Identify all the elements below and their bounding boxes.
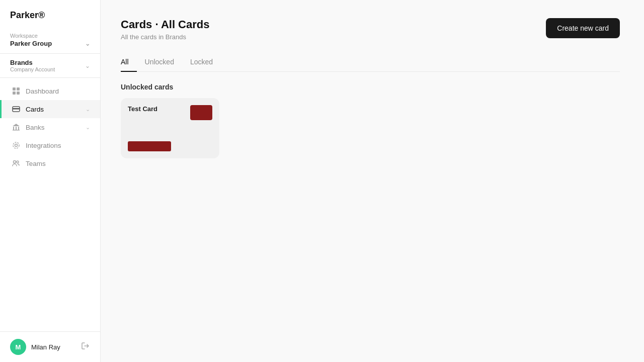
svg-point-14 <box>17 161 19 163</box>
logout-icon[interactable] <box>81 341 90 352</box>
svg-rect-6 <box>13 127 14 130</box>
teams-icon <box>12 159 21 168</box>
sidebar-nav: Dashboard Cards ⌄ B <box>0 78 100 331</box>
unlocked-cards-section: Unlocked cards Test Card <box>121 83 620 158</box>
sidebar-footer: M Milan Ray <box>0 331 100 362</box>
card-name: Test Card <box>128 105 157 113</box>
svg-rect-8 <box>18 127 19 130</box>
tab-unlocked[interactable]: Unlocked <box>137 54 182 72</box>
svg-rect-2 <box>13 92 16 95</box>
svg-rect-3 <box>17 92 20 95</box>
dashboard-label: Dashboard <box>26 87 90 95</box>
user-name: Milan Ray <box>31 343 81 351</box>
brands-name: Brands <box>10 59 55 66</box>
banks-chevron-icon: ⌄ <box>86 124 90 131</box>
banks-label: Banks <box>26 124 86 131</box>
svg-rect-0 <box>13 87 16 90</box>
sidebar-item-dashboard[interactable]: Dashboard <box>0 82 100 100</box>
main-header: Cards · All Cards All the cards in Brand… <box>121 18 620 41</box>
brands-chevron-icon: ⌄ <box>85 62 90 69</box>
cards-grid: Test Card <box>121 98 620 158</box>
svg-rect-10 <box>13 130 20 131</box>
svg-point-13 <box>14 161 16 163</box>
teams-label: Teams <box>26 160 90 167</box>
section-title-unlocked: Unlocked cards <box>121 83 620 91</box>
sidebar-item-banks[interactable]: Banks ⌄ <box>0 118 100 136</box>
svg-rect-5 <box>13 108 20 110</box>
main-content: Cards · All Cards All the cards in Brand… <box>101 0 644 362</box>
cards-icon <box>12 105 21 114</box>
svg-point-11 <box>15 144 18 147</box>
tabs: All Unlocked Locked <box>121 54 620 72</box>
card-number-bar <box>128 141 171 151</box>
workspace-chevron-icon: ⌄ <box>85 40 90 47</box>
svg-point-12 <box>13 142 19 148</box>
page-subtitle: All the cards in Brands <box>121 33 209 41</box>
page-title: Cards · All Cards <box>121 18 209 31</box>
tab-all[interactable]: All <box>121 54 137 72</box>
dashboard-icon <box>12 86 21 96</box>
integrations-icon <box>12 141 21 150</box>
sidebar-item-cards[interactable]: Cards ⌄ <box>0 100 100 118</box>
create-new-card-button[interactable]: Create new card <box>546 18 620 38</box>
sidebar: Parker® Workspace Parker Group ⌄ Brands … <box>0 0 101 362</box>
sidebar-item-integrations[interactable]: Integrations <box>0 136 100 154</box>
workspace-name[interactable]: Parker Group ⌄ <box>10 40 90 47</box>
svg-rect-1 <box>17 87 20 90</box>
svg-rect-7 <box>16 127 17 130</box>
banks-icon <box>12 123 21 132</box>
card-chip-icon <box>190 105 212 120</box>
sidebar-item-teams[interactable]: Teams <box>0 154 100 172</box>
cards-chevron-icon: ⌄ <box>86 106 90 113</box>
workspace-selector[interactable]: Workspace Parker Group ⌄ <box>0 29 100 54</box>
integrations-label: Integrations <box>26 142 90 149</box>
tab-locked[interactable]: Locked <box>182 54 221 72</box>
brands-type: Company Account <box>10 66 55 72</box>
brands-selector[interactable]: Brands Company Account ⌄ <box>0 54 100 78</box>
card-item-test-card[interactable]: Test Card <box>121 98 219 158</box>
cards-label: Cards <box>26 106 86 113</box>
svg-marker-9 <box>13 124 20 126</box>
avatar: M <box>10 339 26 355</box>
workspace-label: Workspace <box>10 33 90 39</box>
app-logo: Parker® <box>0 0 100 29</box>
